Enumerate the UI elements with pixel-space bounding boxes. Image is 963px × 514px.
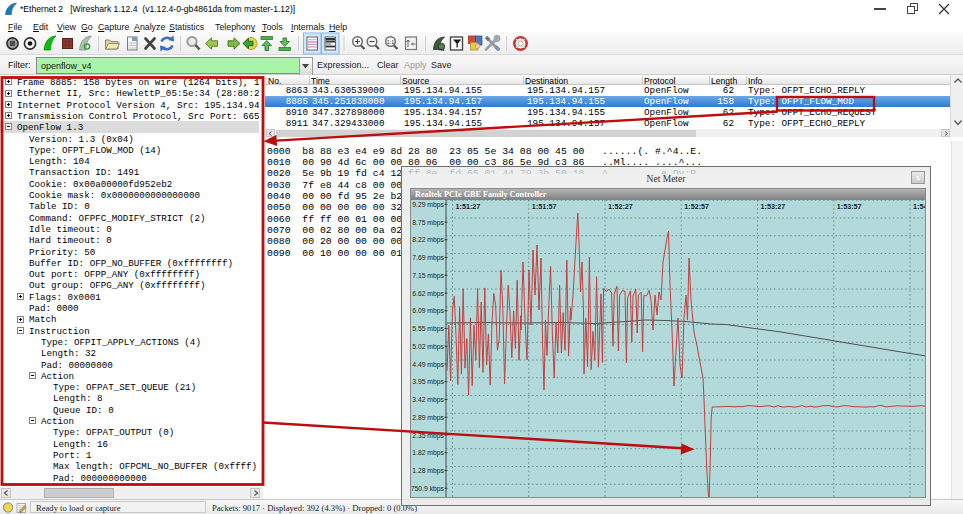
svg-text:8.22 mbps: 8.22 mbps bbox=[412, 236, 444, 244]
svg-text:1:51:57: 1:51:57 bbox=[532, 202, 557, 211]
svg-text:3.42 mbps: 3.42 mbps bbox=[412, 396, 444, 404]
svg-text:1.82 mbps: 1.82 mbps bbox=[412, 449, 444, 457]
svg-text:1:53:57: 1:53:57 bbox=[837, 202, 862, 211]
svg-text:1:52:57: 1:52:57 bbox=[684, 202, 709, 211]
svg-text:750.9 kbps: 750.9 kbps bbox=[411, 485, 445, 493]
svg-text:9.29 mbps: 9.29 mbps bbox=[412, 201, 444, 209]
svg-text:7.15 mbps: 7.15 mbps bbox=[412, 272, 444, 280]
svg-text:1:52:27: 1:52:27 bbox=[608, 202, 633, 211]
svg-text:1:53:27: 1:53:27 bbox=[761, 202, 786, 211]
svg-text:1:1: 1:1 bbox=[387, 39, 395, 45]
svg-text:2.89 mbps: 2.89 mbps bbox=[412, 414, 444, 422]
svg-text:3.95 mbps: 3.95 mbps bbox=[412, 378, 444, 386]
svg-text:2.35 mbps: 2.35 mbps bbox=[412, 432, 444, 440]
svg-text:1:54:27: 1:54:27 bbox=[913, 202, 925, 211]
svg-text:6.62 mbps: 6.62 mbps bbox=[412, 290, 444, 298]
svg-text:7.69 mbps: 7.69 mbps bbox=[412, 254, 444, 262]
svg-text:4.49 mbps: 4.49 mbps bbox=[412, 361, 444, 369]
svg-text:5.55 mbps: 5.55 mbps bbox=[412, 325, 444, 333]
svg-text:5.02 mbps: 5.02 mbps bbox=[412, 343, 444, 351]
svg-text:1:51:27: 1:51:27 bbox=[456, 202, 481, 211]
svg-text:6.09 mbps: 6.09 mbps bbox=[412, 307, 444, 315]
svg-text:1.28 mbps: 1.28 mbps bbox=[412, 467, 444, 475]
svg-text:8.75 mbps: 8.75 mbps bbox=[412, 219, 444, 227]
